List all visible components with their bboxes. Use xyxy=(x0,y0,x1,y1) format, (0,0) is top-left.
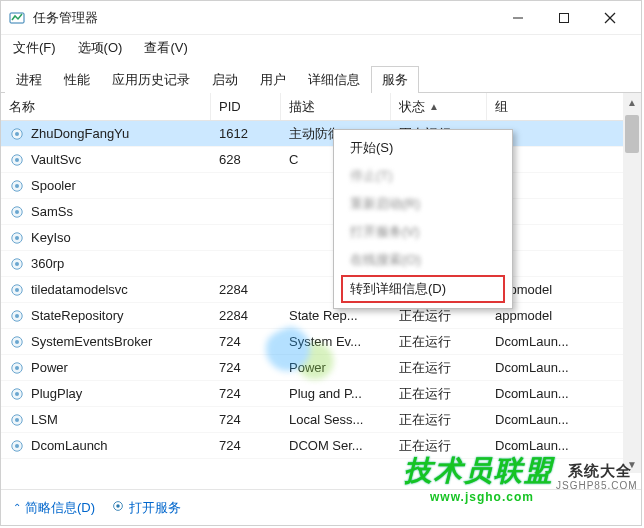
cell-pid: 724 xyxy=(211,438,281,453)
maximize-icon xyxy=(558,12,570,24)
service-gear-icon xyxy=(9,412,25,428)
table-row[interactable]: tiledatamodelsvc2284appmodel xyxy=(1,277,641,303)
tab-users[interactable]: 用户 xyxy=(249,66,297,93)
cell-status: 正在运行 xyxy=(391,307,487,325)
cell-pid: 2284 xyxy=(211,308,281,323)
ctx-restart[interactable]: 重新启动(R) xyxy=(336,190,510,218)
cell-name: Power xyxy=(31,360,68,375)
open-services-label: 打开服务 xyxy=(129,499,181,517)
task-manager-window: 任务管理器 文件(F) 选项(O) 查看(V) 进程 性能 应用历史记录 启动 … xyxy=(0,0,642,526)
ctx-open-services[interactable]: 打开服务(V) xyxy=(336,218,510,246)
maximize-button[interactable] xyxy=(541,2,587,34)
table-row[interactable]: Spooler xyxy=(1,173,641,199)
svg-point-32 xyxy=(116,504,120,508)
table-row[interactable]: 360rp xyxy=(1,251,641,277)
watermark-sub2: JSGHP85.COM xyxy=(556,480,638,491)
cell-group: DcomLaun... xyxy=(487,360,597,375)
chevron-up-icon: ⌃ xyxy=(13,502,21,513)
watermark-url: www.jsgho.com xyxy=(430,490,534,504)
titlebar[interactable]: 任务管理器 xyxy=(1,1,641,35)
cell-name: StateRepository xyxy=(31,308,124,323)
cell-desc: Plug and P... xyxy=(281,386,391,401)
service-gear-icon xyxy=(9,152,25,168)
cell-desc: Local Sess... xyxy=(281,412,391,427)
close-button[interactable] xyxy=(587,2,633,34)
ctx-go-to-details[interactable]: 转到详细信息(D) xyxy=(342,276,504,302)
tabs: 进程 性能 应用历史记录 启动 用户 详细信息 服务 xyxy=(1,61,641,93)
service-gear-icon xyxy=(9,386,25,402)
fewer-details-link[interactable]: ⌃ 简略信息(D) xyxy=(13,499,95,517)
svg-point-26 xyxy=(15,392,19,396)
service-gear-icon xyxy=(9,308,25,324)
col-status[interactable]: 状态▲ xyxy=(391,93,487,120)
table-row[interactable]: SamSs xyxy=(1,199,641,225)
window-title: 任务管理器 xyxy=(33,9,98,27)
menu-file[interactable]: 文件(F) xyxy=(7,37,62,59)
ctx-search-online[interactable]: 在线搜索(O) xyxy=(336,246,510,274)
svg-point-8 xyxy=(15,158,19,162)
tab-app-history[interactable]: 应用历史记录 xyxy=(101,66,201,93)
cell-pid: 2284 xyxy=(211,282,281,297)
cell-pid: 1612 xyxy=(211,126,281,141)
service-gear-icon xyxy=(9,438,25,454)
col-group[interactable]: 组 xyxy=(487,93,597,120)
open-services-link[interactable]: 打开服务 xyxy=(111,499,181,517)
cell-name: SamSs xyxy=(31,204,73,219)
svg-point-28 xyxy=(15,418,19,422)
close-icon xyxy=(604,12,616,24)
cell-name: ZhuDongFangYu xyxy=(31,126,129,141)
cell-name: VaultSvc xyxy=(31,152,81,167)
svg-point-10 xyxy=(15,184,19,188)
cell-name: LSM xyxy=(31,412,58,427)
col-desc[interactable]: 描述 xyxy=(281,93,391,120)
fewer-details-label: 简略信息(D) xyxy=(25,499,95,517)
services-table: 名称 PID 描述 状态▲ 组 ZhuDongFangYu1612主动防御正在运… xyxy=(1,93,641,473)
watermark-sub1: 系统大全 xyxy=(568,462,632,481)
table-row[interactable]: KeyIso xyxy=(1,225,641,251)
table-row[interactable]: ZhuDongFangYu1612主动防御正在运行 xyxy=(1,121,641,147)
svg-point-22 xyxy=(15,340,19,344)
table-row[interactable]: StateRepository2284State Rep...正在运行appmo… xyxy=(1,303,641,329)
cell-name: KeyIso xyxy=(31,230,71,245)
svg-point-6 xyxy=(15,132,19,136)
service-gear-icon xyxy=(9,230,25,246)
menubar: 文件(F) 选项(O) 查看(V) xyxy=(1,35,641,61)
col-name[interactable]: 名称 xyxy=(1,93,211,120)
scroll-up-icon[interactable]: ▲ xyxy=(623,93,641,111)
tab-performance[interactable]: 性能 xyxy=(53,66,101,93)
service-gear-icon xyxy=(9,204,25,220)
tab-processes[interactable]: 进程 xyxy=(5,66,53,93)
table-body: ZhuDongFangYu1612主动防御正在运行VaultSvc628CSpo… xyxy=(1,121,641,459)
service-gear-icon xyxy=(9,360,25,376)
svg-rect-2 xyxy=(560,13,569,22)
col-pid[interactable]: PID xyxy=(211,93,281,120)
table-row[interactable]: PlugPlay724Plug and P...正在运行DcomLaun... xyxy=(1,381,641,407)
service-gear-icon xyxy=(9,178,25,194)
minimize-button[interactable] xyxy=(495,2,541,34)
svg-point-16 xyxy=(15,262,19,266)
tab-services[interactable]: 服务 xyxy=(371,66,419,93)
cell-name: 360rp xyxy=(31,256,64,271)
svg-point-24 xyxy=(15,366,19,370)
status-bar: ⌃ 简略信息(D) 打开服务 xyxy=(1,489,641,525)
ctx-stop[interactable]: 停止(T) xyxy=(336,162,510,190)
scroll-thumb[interactable] xyxy=(625,115,639,153)
watermark-icon xyxy=(261,325,351,385)
service-gear-icon xyxy=(9,334,25,350)
service-gear-icon xyxy=(9,282,25,298)
ctx-start[interactable]: 开始(S) xyxy=(336,134,510,162)
sort-asc-icon: ▲ xyxy=(429,101,439,112)
vertical-scrollbar[interactable]: ▲ ▼ xyxy=(623,93,641,473)
menu-view[interactable]: 查看(V) xyxy=(138,37,193,59)
cell-status: 正在运行 xyxy=(391,411,487,429)
cell-desc: State Rep... xyxy=(281,308,391,323)
minimize-icon xyxy=(512,12,524,24)
table-row[interactable]: LSM724Local Sess...正在运行DcomLaun... xyxy=(1,407,641,433)
menu-options[interactable]: 选项(O) xyxy=(72,37,129,59)
cell-status: 正在运行 xyxy=(391,333,487,351)
cell-group: DcomLaun... xyxy=(487,334,597,349)
tab-startup[interactable]: 启动 xyxy=(201,66,249,93)
tab-details[interactable]: 详细信息 xyxy=(297,66,371,93)
cell-group: DcomLaun... xyxy=(487,412,597,427)
table-row[interactable]: VaultSvc628C xyxy=(1,147,641,173)
